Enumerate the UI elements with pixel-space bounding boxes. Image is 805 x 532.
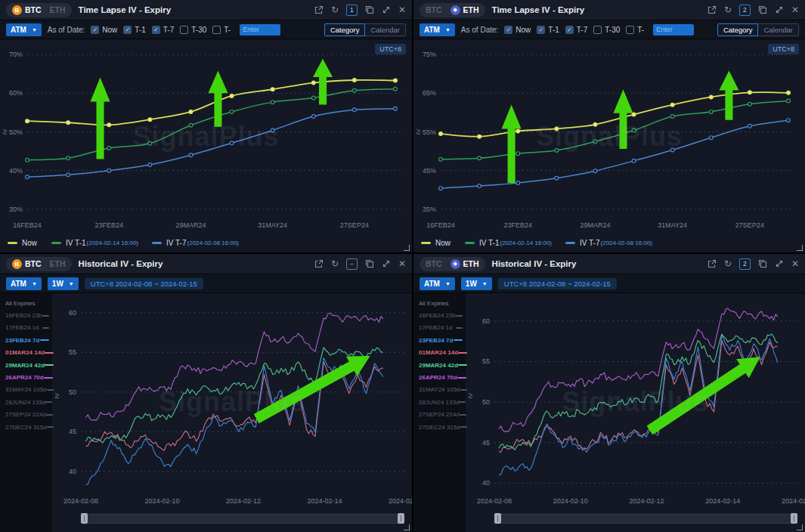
- close-icon[interactable]: ✕: [791, 5, 799, 14]
- expiry-item[interactable]: 28JUN24 133d: [419, 396, 466, 408]
- as-of-checkbox-t-30[interactable]: ✓T-30: [593, 26, 620, 34]
- duplicate-icon[interactable]: [758, 259, 767, 268]
- custom-days-input[interactable]: [240, 24, 280, 36]
- expiry-item[interactable]: 31MAY24 105d: [5, 384, 52, 396]
- expiry-item[interactable]: 01MAR24 14d: [5, 347, 52, 359]
- calendar-view-button[interactable]: Calendar: [758, 23, 799, 36]
- expiry-item[interactable]: All Expiries: [5, 297, 52, 309]
- expiry-item[interactable]: 28JUN24 133d: [5, 396, 52, 408]
- as-of-checkbox-now[interactable]: ✓Now: [504, 26, 531, 34]
- date-range-picker[interactable]: UTC+8 2024-02-08 ~ 2024-02-15: [85, 278, 203, 289]
- legend-item[interactable]: IV T-1(2024-02-14 16:00): [51, 239, 138, 247]
- expiry-item[interactable]: 29MAR24 42d: [419, 359, 466, 371]
- open-in-new-icon[interactable]: [314, 5, 324, 14]
- svg-text:2024-02-08: 2024-02-08: [477, 497, 512, 505]
- refresh-icon[interactable]: ↻: [724, 5, 732, 14]
- strike-mode-dropdown[interactable]: ATM▼: [420, 23, 455, 36]
- svg-text:IV: IV: [467, 393, 474, 399]
- slider-track[interactable]: [494, 514, 797, 524]
- expiry-item[interactable]: 17FEB24 1d: [419, 322, 466, 334]
- panel-resize-handle[interactable]: [404, 245, 410, 251]
- expand-icon[interactable]: [775, 259, 784, 268]
- as-of-checkbox-now[interactable]: ✓Now: [91, 26, 117, 34]
- as-of-checkbox-t-[interactable]: ✓T-: [212, 26, 231, 34]
- slider-track[interactable]: [81, 514, 404, 524]
- refresh-icon[interactable]: ↻: [331, 259, 339, 268]
- strike-mode-dropdown[interactable]: ATM▼: [6, 23, 42, 36]
- svg-text:75%: 75%: [423, 51, 436, 58]
- category-view-button[interactable]: Category: [324, 23, 366, 36]
- legend-item[interactable]: Now: [8, 239, 38, 247]
- panel-resize-handle[interactable]: [797, 245, 803, 251]
- expiry-item[interactable]: 23FEB24 7d: [419, 334, 466, 346]
- window-count-badge[interactable]: 2: [739, 5, 751, 16]
- expiry-item[interactable]: 27SEP24 224d: [5, 409, 52, 421]
- window-count-badge[interactable]: 1: [346, 5, 358, 16]
- asset-btc[interactable]: BTC: [422, 259, 446, 268]
- duplicate-icon[interactable]: [365, 5, 374, 14]
- expiry-item[interactable]: 29MAR24 42d: [5, 359, 52, 371]
- as-of-checkbox-t-[interactable]: ✓T-: [626, 26, 644, 34]
- refresh-icon[interactable]: ↻: [331, 5, 339, 14]
- expiry-item[interactable]: 16FEB24 23h: [419, 309, 466, 321]
- expiry-item[interactable]: 27DEC24 315d: [5, 421, 52, 433]
- expiry-item[interactable]: 01MAR24 14d: [419, 347, 466, 359]
- as-of-checkbox-t-30[interactable]: ✓T-30: [180, 26, 206, 34]
- open-in-new-icon[interactable]: [314, 259, 324, 268]
- panel-resize-handle[interactable]: [797, 524, 803, 530]
- slider-handle-left[interactable]: [81, 513, 88, 524]
- period-dropdown[interactable]: 1W▼: [48, 277, 79, 290]
- expiry-item[interactable]: 23FEB24 7d: [5, 334, 52, 346]
- as-of-checkbox-t-7[interactable]: ✓T-7: [152, 26, 174, 34]
- slider-handle-right[interactable]: [398, 513, 404, 524]
- asset-eth[interactable]: ETH: [46, 259, 70, 268]
- legend-item[interactable]: IV T-7(2024-02-08 16:00): [152, 239, 239, 247]
- legend-item[interactable]: Now: [421, 239, 451, 247]
- refresh-icon[interactable]: ↻: [724, 259, 732, 268]
- legend-item[interactable]: IV T-7(2024-02-08 16:00): [565, 239, 652, 247]
- as-of-checkbox-t-1[interactable]: ✓T-1: [123, 26, 145, 34]
- expiry-item[interactable]: 26APR24 70d: [419, 371, 466, 383]
- slider-handle-left[interactable]: [494, 513, 501, 524]
- strike-mode-dropdown[interactable]: ATM▼: [420, 277, 455, 290]
- calendar-view-button[interactable]: Calendar: [365, 23, 406, 36]
- asset-eth[interactable]: ETH: [46, 5, 70, 14]
- expiry-item[interactable]: 16FEB24 23h: [5, 309, 52, 321]
- close-icon[interactable]: ✕: [398, 259, 406, 268]
- asset-btc[interactable]: BBTC: [8, 259, 45, 269]
- expiry-item[interactable]: 27DEC24 315d: [419, 421, 466, 433]
- strike-mode-dropdown[interactable]: ATM▼: [6, 277, 42, 290]
- custom-days-input[interactable]: [653, 24, 694, 36]
- panel-resize-handle[interactable]: [404, 524, 410, 530]
- svg-text:55: 55: [69, 348, 76, 356]
- close-icon[interactable]: ✕: [791, 259, 799, 268]
- expand-icon[interactable]: [382, 5, 391, 14]
- as-of-checkbox-t-1[interactable]: ✓T-1: [537, 26, 559, 34]
- open-in-new-icon[interactable]: [707, 5, 717, 14]
- expiry-item[interactable]: 17FEB24 1d: [5, 322, 52, 334]
- duplicate-icon[interactable]: [758, 5, 767, 14]
- legend-item[interactable]: IV T-1(2024-02-14 16:00): [465, 239, 552, 247]
- asset-eth[interactable]: ◆ETH: [447, 259, 483, 269]
- asset-eth[interactable]: ◆ETH: [447, 5, 483, 15]
- expand-icon[interactable]: [775, 5, 784, 14]
- time-range-slider[interactable]: [81, 511, 404, 527]
- window-count-badge[interactable]: –: [346, 258, 358, 270]
- category-view-button[interactable]: Category: [717, 23, 759, 36]
- expiry-item[interactable]: 31MAY24 105d: [419, 384, 466, 396]
- date-range-picker[interactable]: UTC+8 2024-02-08 ~ 2024-02-15: [498, 278, 617, 289]
- duplicate-icon[interactable]: [365, 259, 374, 268]
- window-count-badge[interactable]: 2: [739, 258, 751, 270]
- expand-icon[interactable]: [382, 259, 391, 268]
- close-icon[interactable]: ✕: [398, 5, 406, 14]
- slider-handle-right[interactable]: [791, 513, 797, 524]
- open-in-new-icon[interactable]: [707, 259, 717, 268]
- expiry-item[interactable]: 27SEP24 224d: [419, 409, 466, 421]
- expiry-item[interactable]: All Expiries: [419, 297, 466, 309]
- asset-btc[interactable]: BBTC: [8, 5, 45, 15]
- asset-btc[interactable]: BTC: [422, 5, 446, 14]
- as-of-checkbox-t-7[interactable]: ✓T-7: [565, 26, 587, 34]
- period-dropdown[interactable]: 1W▼: [461, 277, 492, 290]
- expiry-item[interactable]: 26APR24 70d: [5, 371, 52, 383]
- time-range-slider[interactable]: [494, 511, 797, 527]
